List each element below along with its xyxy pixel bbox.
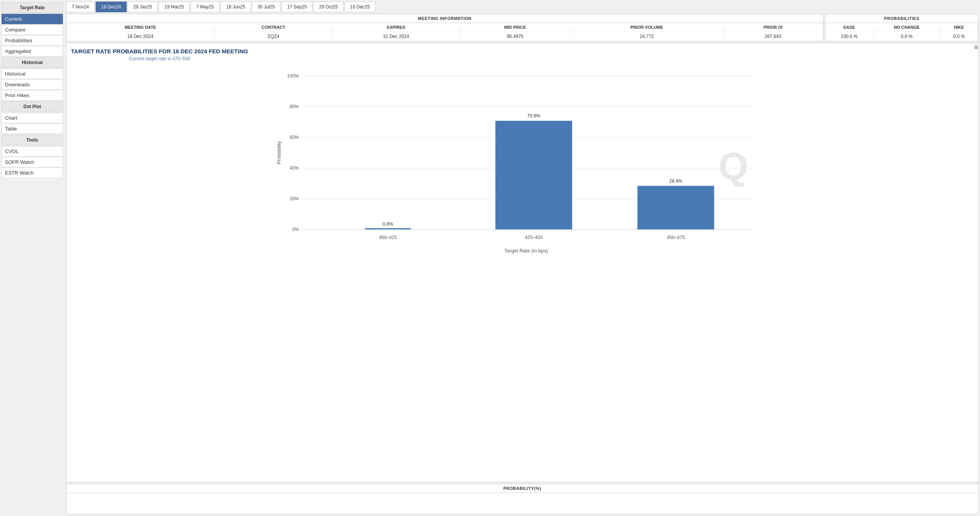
cell-mid-price: 95.4975	[460, 32, 570, 41]
sidebar-item-cvol[interactable]: CVOL	[2, 146, 63, 157]
bar-1	[496, 121, 572, 229]
sidebar-section-target-rate: Target Rate	[2, 2, 63, 13]
cell-prior-volume: 24,772	[570, 32, 723, 41]
sidebar-item-aggregated[interactable]: Aggregated	[2, 46, 63, 56]
date-tab-4[interactable]: 7 May25	[190, 2, 220, 12]
date-tab-3[interactable]: 19 Mar25	[159, 2, 190, 12]
chart-panel: TARGET RATE PROBABILITIES FOR 18 DEC 202…	[66, 43, 978, 482]
bar-0	[365, 228, 411, 229]
sidebar-item-chart[interactable]: Chart	[2, 113, 63, 123]
main-content: 7 Nov24 18 Dec24 29 Jan25 19 Mar25 7 May…	[64, 0, 980, 516]
svg-text:40%: 40%	[289, 165, 299, 171]
bar-label-0: 0.8%	[383, 221, 393, 227]
date-tab-1[interactable]: 18 Dec24	[96, 2, 127, 12]
cell-ease: 100.0 %	[825, 32, 873, 41]
meeting-info-table: MEETING DATE CONTRACT EXPIRES MID PRICE …	[66, 23, 823, 41]
sidebar-section-tools: Tools	[2, 135, 63, 145]
chart-subtitle: Current target rate is 475–500	[71, 56, 248, 61]
chart-svg: 100% 80% 60% 40% 20% 0%	[71, 64, 973, 256]
sidebar-item-table[interactable]: Table	[2, 124, 63, 134]
sidebar-item-probabilities[interactable]: Probabilities	[2, 35, 63, 46]
sidebar-item-prior-hikes[interactable]: Prior Hikes	[2, 90, 63, 101]
cell-meeting-date: 18 Dec 2024	[66, 32, 215, 41]
col-prior-volume: PRIOR VOLUME	[570, 23, 723, 32]
sidebar-section-dot-plot: Dot Plot	[2, 101, 63, 112]
col-contract: CONTRACT	[215, 23, 332, 32]
sidebar-item-sofr-watch[interactable]: SOFR Watch	[2, 157, 63, 167]
cell-prior-oi: 267,643	[723, 32, 823, 41]
date-tab-2[interactable]: 29 Jan25	[127, 2, 158, 12]
bar-x-label-2: 450–475	[667, 235, 685, 240]
sidebar-item-compare[interactable]: Compare	[2, 25, 63, 35]
svg-text:20%: 20%	[289, 196, 299, 201]
sidebar-item-estr-watch[interactable]: ESTR Watch	[2, 168, 63, 178]
date-tabs: 7 Nov24 18 Dec24 29 Jan25 19 Mar25 7 May…	[66, 2, 978, 12]
svg-text:0%: 0%	[292, 227, 299, 232]
bottom-panel-title: PROBABILITY(%)	[66, 484, 978, 493]
sidebar-item-downloads[interactable]: Downloads	[2, 79, 63, 90]
cell-hike: 0.0 %	[940, 32, 978, 41]
col-ease: EASE	[825, 23, 873, 32]
date-tab-5[interactable]: 18 Jun25	[220, 2, 251, 12]
sidebar-item-historical[interactable]: Historical	[2, 69, 63, 79]
bar-label-2: 28.4%	[669, 178, 682, 184]
bar-x-label-1: 425–450	[525, 235, 543, 240]
cell-no-change: 0.0 %	[873, 32, 940, 41]
watermark: Q	[719, 145, 749, 188]
info-panels: MEETING INFORMATION MEETING DATE CONTRAC…	[66, 14, 978, 41]
cell-contract: ZQZ4	[215, 32, 332, 41]
bottom-panel: PROBABILITY(%)	[66, 484, 978, 514]
date-tab-0[interactable]: 7 Nov24	[66, 2, 95, 12]
col-expires: EXPIRES	[332, 23, 460, 32]
meeting-info-panel: MEETING INFORMATION MEETING DATE CONTRAC…	[66, 14, 823, 41]
chart-svg-container: 100% 80% 60% 40% 20% 0%	[71, 64, 973, 256]
svg-text:100%: 100%	[287, 73, 299, 79]
bar-x-label-0: 400–425	[379, 235, 397, 240]
probabilities-title: PROBABILITIES	[825, 14, 978, 23]
meeting-info-row: 18 Dec 2024 ZQZ4 31 Dec 2024 95.4975 24,…	[66, 32, 823, 41]
col-hike: HIKE	[940, 23, 978, 32]
sidebar-section-historical: Historical	[2, 57, 63, 68]
date-tab-7[interactable]: 17 Sep25	[281, 2, 312, 12]
col-meeting-date: MEETING DATE	[66, 23, 215, 32]
col-mid-price: MID PRICE	[460, 23, 570, 32]
x-axis-label: Target Rate (in bps)	[504, 248, 548, 254]
date-tab-9[interactable]: 10 Dec25	[344, 2, 375, 12]
bar-2	[638, 186, 714, 229]
probabilities-row: 100.0 % 0.0 % 0.0 %	[825, 32, 978, 41]
sidebar-item-current[interactable]: Current	[2, 14, 63, 24]
date-tab-6[interactable]: 30 Jul25	[252, 2, 281, 12]
col-no-change: NO CHANGE	[873, 23, 940, 32]
svg-text:60%: 60%	[289, 135, 299, 140]
sidebar: Target Rate Current Compare Probabilitie…	[0, 0, 64, 516]
col-prior-oi: PRIOR OI	[723, 23, 823, 32]
meeting-info-title: MEETING INFORMATION	[66, 14, 823, 23]
y-axis-label: Probability	[276, 141, 282, 164]
chart-menu-icon[interactable]: ≡	[974, 43, 978, 51]
chart-title: TARGET RATE PROBABILITIES FOR 18 DEC 202…	[71, 48, 248, 54]
date-tab-8[interactable]: 29 Oct25	[313, 2, 344, 12]
svg-text:80%: 80%	[289, 104, 299, 109]
probabilities-table: EASE NO CHANGE HIKE 100.0 % 0.0 % 0.0 %	[825, 23, 978, 41]
cell-expires: 31 Dec 2024	[332, 32, 460, 41]
probabilities-panel: PROBABILITIES EASE NO CHANGE HIKE 100.0 …	[825, 14, 978, 41]
bar-label-1: 70.8%	[527, 113, 540, 119]
